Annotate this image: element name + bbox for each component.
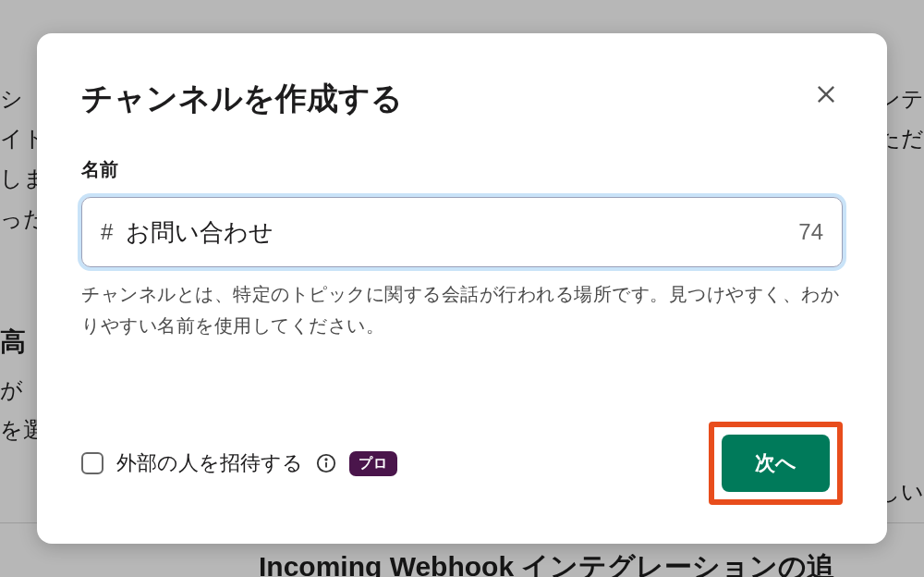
name-field-label: 名前 [81, 157, 843, 182]
next-button-highlight: 次へ [709, 422, 843, 505]
channel-name-input-wrap[interactable]: # 74 [81, 197, 843, 267]
pro-badge: プロ [349, 451, 397, 476]
invite-external-checkbox[interactable] [81, 452, 103, 474]
next-button[interactable]: 次へ [722, 435, 830, 492]
char-count: 74 [798, 219, 823, 245]
hash-icon: # [101, 219, 113, 245]
invite-external-label: 外部の人を招待する [116, 449, 303, 477]
modal-title: チャンネルを作成する [81, 78, 403, 120]
modal-header: チャンネルを作成する [81, 78, 843, 120]
modal-footer: 外部の人を招待する プロ 次へ [81, 422, 843, 505]
invite-external-group: 外部の人を招待する プロ [81, 449, 397, 477]
name-helper-text: チャンネルとは、特定のトピックに関する会話が行われる場所です。見つけやすく、わか… [81, 278, 843, 341]
close-icon [813, 81, 839, 107]
info-icon[interactable] [316, 453, 336, 473]
svg-point-4 [325, 459, 326, 460]
channel-name-input[interactable] [126, 218, 789, 247]
create-channel-modal: チャンネルを作成する 名前 # 74 チャンネルとは、特定のトピックに関する会話… [37, 33, 887, 544]
close-button[interactable] [809, 78, 843, 111]
